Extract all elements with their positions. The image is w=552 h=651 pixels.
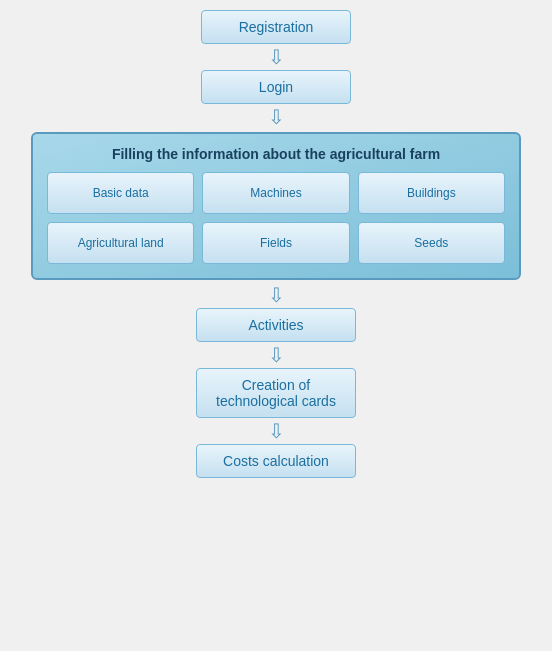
farm-cell-agricultural-land[interactable]: Agricultural land — [47, 222, 194, 264]
arrow-1: ⇩ — [268, 47, 285, 67]
farm-title: Filling the information about the agricu… — [47, 146, 505, 162]
login-label: Login — [259, 79, 293, 95]
flowchart: Registration ⇩ Login ⇩ Filling the infor… — [0, 10, 552, 478]
arrow-5: ⇩ — [268, 421, 285, 441]
registration-label: Registration — [239, 19, 314, 35]
tech-cards-label: Creation of technological cards — [216, 377, 336, 409]
activities-label: Activities — [248, 317, 303, 333]
farm-container: Filling the information about the agricu… — [31, 132, 521, 280]
farm-cell-buildings[interactable]: Buildings — [358, 172, 505, 214]
login-box[interactable]: Login — [201, 70, 351, 104]
farm-cell-seeds[interactable]: Seeds — [358, 222, 505, 264]
farm-cell-fields[interactable]: Fields — [202, 222, 349, 264]
farm-cell-basic-data[interactable]: Basic data — [47, 172, 194, 214]
tech-cards-box[interactable]: Creation of technological cards — [196, 368, 356, 418]
arrow-3: ⇩ — [268, 285, 285, 305]
activities-box[interactable]: Activities — [196, 308, 356, 342]
arrow-2: ⇩ — [268, 107, 285, 127]
arrow-4: ⇩ — [268, 345, 285, 365]
farm-cell-machines[interactable]: Machines — [202, 172, 349, 214]
costs-box[interactable]: Costs calculation — [196, 444, 356, 478]
costs-label: Costs calculation — [223, 453, 329, 469]
registration-box[interactable]: Registration — [201, 10, 351, 44]
farm-grid: Basic data Machines Buildings Agricultur… — [47, 172, 505, 264]
